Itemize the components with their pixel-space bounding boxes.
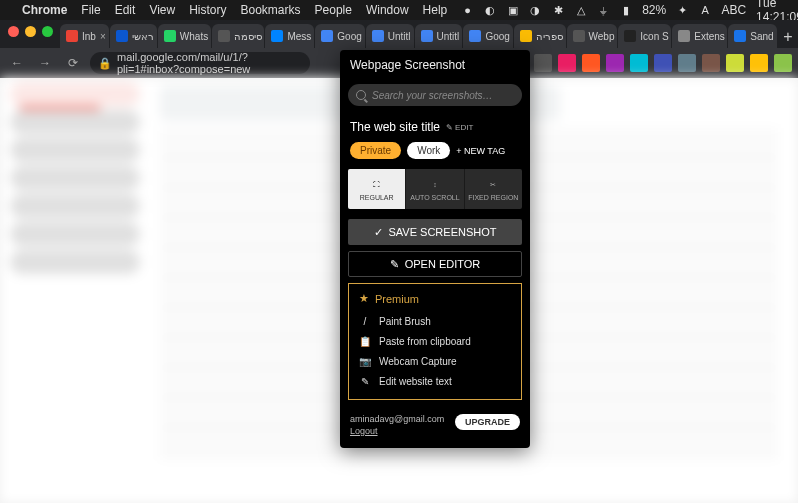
browser-tab[interactable]: Goog xyxy=(315,24,364,48)
extension-icon[interactable] xyxy=(654,54,672,72)
tab-label: סיסמה xyxy=(234,31,262,42)
upgrade-button[interactable]: UPGRADE xyxy=(455,414,520,430)
url-input[interactable]: 🔒 mail.google.com/mail/u/1/?pli=1#inbox?… xyxy=(90,52,310,74)
status-icon: ◐ xyxy=(484,3,497,17)
edit-title-button[interactable]: ✎ EDIT xyxy=(446,123,473,132)
input-source[interactable]: ABC xyxy=(721,3,746,17)
browser-tab[interactable]: Untitl xyxy=(415,24,463,48)
brush-icon: / xyxy=(359,315,371,327)
logout-link[interactable]: Logout xyxy=(350,426,444,436)
status-icon: ◑ xyxy=(529,3,542,17)
url-text: mail.google.com/mail/u/1/?pli=1#inbox?co… xyxy=(117,51,302,75)
menu-people[interactable]: People xyxy=(315,3,352,17)
status-icon: ✱ xyxy=(552,3,565,17)
favicon xyxy=(421,30,433,42)
extension-icon[interactable] xyxy=(534,54,552,72)
menu-view[interactable]: View xyxy=(149,3,175,17)
browser-tab[interactable]: Goog xyxy=(463,24,512,48)
search-placeholder: Search your screenshots… xyxy=(372,90,493,101)
premium-paint-brush[interactable]: / Paint Brush xyxy=(359,311,511,331)
crop-icon: ✂ xyxy=(486,178,500,192)
extension-icon[interactable] xyxy=(678,54,696,72)
menu-window[interactable]: Window xyxy=(366,3,409,17)
status-icon: △ xyxy=(574,3,587,17)
browser-tab[interactable]: Webp xyxy=(567,24,618,48)
status-icon: ● xyxy=(461,3,474,17)
favicon xyxy=(520,30,532,42)
mode-autoscroll[interactable]: ↕ AUTO SCROLL xyxy=(406,169,464,209)
battery-icon: ▮ xyxy=(620,3,633,17)
premium-edit-website-text[interactable]: ✎ Edit website text xyxy=(359,371,511,391)
account-email: aminadavg@gmail.com xyxy=(350,414,444,424)
mode-regular[interactable]: ⛶ REGULAR xyxy=(348,169,406,209)
tab-label: Untitl xyxy=(437,31,460,42)
tab-label: Untitl xyxy=(388,31,411,42)
tab-label: Goog xyxy=(485,31,509,42)
browser-tab[interactable]: Extens xyxy=(672,24,727,48)
favicon xyxy=(271,30,283,42)
extension-icon[interactable] xyxy=(558,54,576,72)
tab-label: Icon S xyxy=(640,31,668,42)
extension-icon[interactable] xyxy=(582,54,600,72)
capture-modes: ⛶ REGULAR ↕ AUTO SCROLL ✂ FIXED REGION xyxy=(348,169,522,209)
extension-icon[interactable] xyxy=(702,54,720,72)
tab-close-icon[interactable]: × xyxy=(100,31,106,42)
maximize-window[interactable] xyxy=(42,26,53,37)
browser-tab[interactable]: Inb× xyxy=(60,24,109,48)
menu-bookmarks[interactable]: Bookmarks xyxy=(241,3,301,17)
tag-private[interactable]: Private xyxy=(350,142,401,159)
browser-tab[interactable]: ראשי xyxy=(110,24,157,48)
clipboard-icon: 📋 xyxy=(359,335,371,347)
save-screenshot-button[interactable]: ✓ SAVE SCREENSHOT xyxy=(348,219,522,245)
back-button[interactable]: ← xyxy=(6,52,28,74)
favicon xyxy=(624,30,636,42)
popup-title: Webpage Screenshot xyxy=(340,50,530,80)
mode-fixed-region[interactable]: ✂ FIXED REGION xyxy=(465,169,522,209)
extension-icon[interactable] xyxy=(726,54,744,72)
browser-tab[interactable]: Whats xyxy=(158,24,211,48)
open-editor-button[interactable]: ✎ OPEN EDITOR xyxy=(348,251,522,277)
extension-icon[interactable] xyxy=(630,54,648,72)
menu-help[interactable]: Help xyxy=(423,3,448,17)
tag-work[interactable]: Work xyxy=(407,142,450,159)
app-name[interactable]: Chrome xyxy=(22,3,67,17)
site-title-row: The web site title ✎ EDIT xyxy=(340,116,530,142)
search-input[interactable]: Search your screenshots… xyxy=(348,84,522,106)
status-icon: ✦ xyxy=(676,3,689,17)
popup-footer: aminadavg@gmail.com Logout UPGRADE xyxy=(340,410,530,440)
extension-popup: Webpage Screenshot Search your screensho… xyxy=(340,50,530,448)
reload-button[interactable]: ⟳ xyxy=(62,52,84,74)
forward-button[interactable]: → xyxy=(34,52,56,74)
browser-tab[interactable]: Icon S xyxy=(618,24,671,48)
new-tag-button[interactable]: + NEW TAG xyxy=(456,146,505,156)
extension-icon[interactable] xyxy=(750,54,768,72)
favicon xyxy=(573,30,585,42)
close-window[interactable] xyxy=(8,26,19,37)
browser-tab[interactable]: Sand xyxy=(728,24,776,48)
menu-file[interactable]: File xyxy=(81,3,100,17)
favicon xyxy=(321,30,333,42)
browser-tab[interactable]: Untitl xyxy=(366,24,414,48)
premium-webcam-capture[interactable]: 📷 Webcam Capture xyxy=(359,351,511,371)
fullscreen-icon: ⛶ xyxy=(370,178,384,192)
menu-edit[interactable]: Edit xyxy=(115,3,136,17)
battery-pct: 82% xyxy=(642,3,666,17)
wifi-icon[interactable]: ⏚ xyxy=(597,3,610,17)
new-tab-button[interactable]: + xyxy=(778,26,798,48)
chrome-tabstrip: Inb× ראשי Whats סיסמה Mess Goog Untitl U… xyxy=(0,20,798,48)
check-icon: ✓ xyxy=(374,226,383,239)
browser-tab[interactable]: Mess xyxy=(265,24,314,48)
minimize-window[interactable] xyxy=(25,26,36,37)
browser-tab[interactable]: ספריה xyxy=(514,24,566,48)
pencil-icon: ✎ xyxy=(390,258,399,271)
tab-label: Goog xyxy=(337,31,361,42)
status-icon: ▣ xyxy=(507,3,520,17)
premium-paste-clipboard[interactable]: 📋 Paste from clipboard xyxy=(359,331,511,351)
input-source-icon[interactable]: A xyxy=(699,3,712,17)
menu-history[interactable]: History xyxy=(189,3,226,17)
browser-tab[interactable]: סיסמה xyxy=(212,24,265,48)
premium-heading: ★ Premium xyxy=(359,292,511,305)
extension-icon[interactable] xyxy=(606,54,624,72)
extension-icon[interactable] xyxy=(774,54,792,72)
tab-label: Webp xyxy=(589,31,615,42)
